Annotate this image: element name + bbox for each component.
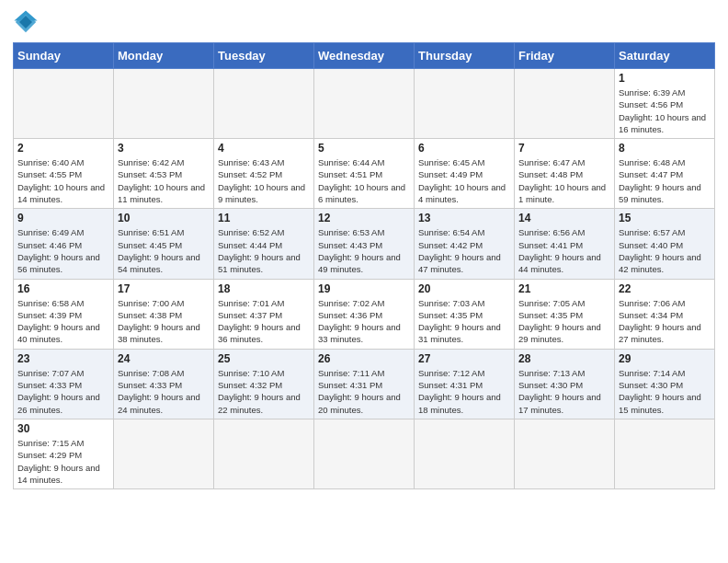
day-number: 28 [518, 352, 610, 365]
day-info: Sunrise: 6:49 AM Sunset: 4:46 PM Dayligh… [17, 226, 109, 275]
day-number: 6 [418, 142, 510, 155]
calendar-cell: 3Sunrise: 6:42 AM Sunset: 4:53 PM Daylig… [114, 139, 214, 209]
calendar-cell [114, 419, 214, 488]
col-header-monday: Monday [114, 43, 214, 69]
calendar-week-row: 1Sunrise: 6:39 AM Sunset: 4:56 PM Daylig… [14, 69, 715, 139]
calendar-cell [415, 419, 515, 488]
calendar-cell: 11Sunrise: 6:52 AM Sunset: 4:44 PM Dayli… [214, 209, 314, 279]
calendar-cell: 8Sunrise: 6:48 AM Sunset: 4:47 PM Daylig… [615, 139, 715, 209]
calendar-cell: 21Sunrise: 7:05 AM Sunset: 4:35 PM Dayli… [515, 279, 615, 349]
day-number: 4 [218, 142, 310, 155]
day-info: Sunrise: 6:54 AM Sunset: 4:42 PM Dayligh… [418, 226, 510, 275]
day-info: Sunrise: 7:08 AM Sunset: 4:33 PM Dayligh… [118, 367, 210, 416]
calendar-cell: 23Sunrise: 7:07 AM Sunset: 4:33 PM Dayli… [14, 349, 114, 419]
day-number: 27 [418, 352, 510, 365]
calendar-cell: 1Sunrise: 6:39 AM Sunset: 4:56 PM Daylig… [615, 69, 715, 139]
calendar-cell: 16Sunrise: 6:58 AM Sunset: 4:39 PM Dayli… [14, 279, 114, 349]
calendar-cell: 18Sunrise: 7:01 AM Sunset: 4:37 PM Dayli… [214, 279, 314, 349]
calendar-week-row: 16Sunrise: 6:58 AM Sunset: 4:39 PM Dayli… [14, 279, 715, 349]
calendar-cell: 19Sunrise: 7:02 AM Sunset: 4:36 PM Dayli… [314, 279, 415, 349]
day-number: 5 [318, 142, 410, 155]
calendar-cell: 9Sunrise: 6:49 AM Sunset: 4:46 PM Daylig… [14, 209, 114, 279]
day-number: 11 [218, 212, 310, 224]
calendar-cell [314, 69, 415, 139]
calendar-cell: 5Sunrise: 6:44 AM Sunset: 4:51 PM Daylig… [314, 139, 415, 209]
day-number: 30 [17, 422, 109, 435]
calendar-cell: 22Sunrise: 7:06 AM Sunset: 4:34 PM Dayli… [615, 279, 715, 349]
day-info: Sunrise: 7:10 AM Sunset: 4:32 PM Dayligh… [218, 367, 310, 416]
calendar-week-row: 23Sunrise: 7:07 AM Sunset: 4:33 PM Dayli… [14, 349, 715, 419]
day-number: 20 [418, 282, 510, 295]
calendar-cell: 14Sunrise: 6:56 AM Sunset: 4:41 PM Dayli… [515, 209, 615, 279]
day-number: 8 [619, 142, 711, 155]
day-info: Sunrise: 7:15 AM Sunset: 4:29 PM Dayligh… [17, 437, 109, 486]
day-info: Sunrise: 6:51 AM Sunset: 4:45 PM Dayligh… [118, 226, 210, 275]
day-number: 23 [17, 352, 109, 365]
day-info: Sunrise: 6:58 AM Sunset: 4:39 PM Dayligh… [17, 297, 109, 346]
day-number: 3 [118, 142, 210, 155]
calendar-cell: 30Sunrise: 7:15 AM Sunset: 4:29 PM Dayli… [14, 419, 114, 488]
calendar-table: SundayMondayTuesdayWednesdayThursdayFrid… [13, 42, 715, 489]
day-number: 15 [619, 212, 711, 224]
calendar-cell: 27Sunrise: 7:12 AM Sunset: 4:31 PM Dayli… [415, 349, 515, 419]
day-number: 18 [218, 282, 310, 295]
day-info: Sunrise: 7:14 AM Sunset: 4:30 PM Dayligh… [619, 367, 711, 416]
calendar-cell: 12Sunrise: 6:53 AM Sunset: 4:43 PM Dayli… [314, 209, 415, 279]
calendar-cell: 26Sunrise: 7:11 AM Sunset: 4:31 PM Dayli… [314, 349, 415, 419]
day-number: 19 [318, 282, 410, 295]
day-info: Sunrise: 7:05 AM Sunset: 4:35 PM Dayligh… [518, 297, 610, 346]
day-info: Sunrise: 7:06 AM Sunset: 4:34 PM Dayligh… [619, 297, 711, 346]
calendar-cell [515, 419, 615, 488]
calendar-cell [415, 69, 515, 139]
day-info: Sunrise: 7:01 AM Sunset: 4:37 PM Dayligh… [218, 297, 310, 346]
calendar-header-row: SundayMondayTuesdayWednesdayThursdayFrid… [14, 43, 715, 69]
day-number: 29 [619, 352, 711, 365]
day-number: 26 [318, 352, 410, 365]
day-number: 10 [118, 212, 210, 224]
day-number: 14 [518, 212, 610, 224]
col-header-wednesday: Wednesday [314, 43, 415, 69]
day-number: 2 [17, 142, 109, 155]
day-number: 22 [619, 282, 711, 295]
day-number: 12 [318, 212, 410, 224]
calendar-cell: 29Sunrise: 7:14 AM Sunset: 4:30 PM Dayli… [615, 349, 715, 419]
day-info: Sunrise: 6:48 AM Sunset: 4:47 PM Dayligh… [619, 156, 711, 205]
logo-icon [13, 9, 39, 35]
day-info: Sunrise: 6:47 AM Sunset: 4:48 PM Dayligh… [518, 156, 610, 205]
day-info: Sunrise: 7:11 AM Sunset: 4:31 PM Dayligh… [318, 367, 410, 416]
calendar-cell [615, 419, 715, 488]
day-number: 25 [218, 352, 310, 365]
day-info: Sunrise: 6:43 AM Sunset: 4:52 PM Dayligh… [218, 156, 310, 205]
day-number: 17 [118, 282, 210, 295]
calendar-cell: 20Sunrise: 7:03 AM Sunset: 4:35 PM Dayli… [415, 279, 515, 349]
calendar-cell: 10Sunrise: 6:51 AM Sunset: 4:45 PM Dayli… [114, 209, 214, 279]
day-info: Sunrise: 6:39 AM Sunset: 4:56 PM Dayligh… [619, 86, 711, 135]
col-header-saturday: Saturday [615, 43, 715, 69]
col-header-friday: Friday [515, 43, 615, 69]
calendar-cell [515, 69, 615, 139]
calendar-week-row: 2Sunrise: 6:40 AM Sunset: 4:55 PM Daylig… [14, 139, 715, 209]
day-number: 9 [17, 212, 109, 224]
calendar-cell [314, 419, 415, 488]
calendar-cell: 25Sunrise: 7:10 AM Sunset: 4:32 PM Dayli… [214, 349, 314, 419]
day-info: Sunrise: 6:44 AM Sunset: 4:51 PM Dayligh… [318, 156, 410, 205]
calendar-cell: 2Sunrise: 6:40 AM Sunset: 4:55 PM Daylig… [14, 139, 114, 209]
day-number: 13 [418, 212, 510, 224]
day-info: Sunrise: 6:52 AM Sunset: 4:44 PM Dayligh… [218, 226, 310, 275]
day-info: Sunrise: 6:57 AM Sunset: 4:40 PM Dayligh… [619, 226, 711, 275]
day-info: Sunrise: 6:40 AM Sunset: 4:55 PM Dayligh… [17, 156, 109, 205]
calendar-week-row: 30Sunrise: 7:15 AM Sunset: 4:29 PM Dayli… [14, 419, 715, 488]
calendar-cell: 7Sunrise: 6:47 AM Sunset: 4:48 PM Daylig… [515, 139, 615, 209]
calendar-cell: 6Sunrise: 6:45 AM Sunset: 4:49 PM Daylig… [415, 139, 515, 209]
col-header-sunday: Sunday [14, 43, 114, 69]
page: SundayMondayTuesdayWednesdayThursdayFrid… [0, 0, 728, 502]
day-info: Sunrise: 7:02 AM Sunset: 4:36 PM Dayligh… [318, 297, 410, 346]
calendar-cell: 24Sunrise: 7:08 AM Sunset: 4:33 PM Dayli… [114, 349, 214, 419]
day-info: Sunrise: 7:13 AM Sunset: 4:30 PM Dayligh… [518, 367, 610, 416]
calendar-cell [14, 69, 114, 139]
calendar-cell: 28Sunrise: 7:13 AM Sunset: 4:30 PM Dayli… [515, 349, 615, 419]
day-number: 1 [619, 72, 711, 85]
day-number: 24 [118, 352, 210, 365]
header [13, 9, 715, 35]
calendar-cell [214, 69, 314, 139]
